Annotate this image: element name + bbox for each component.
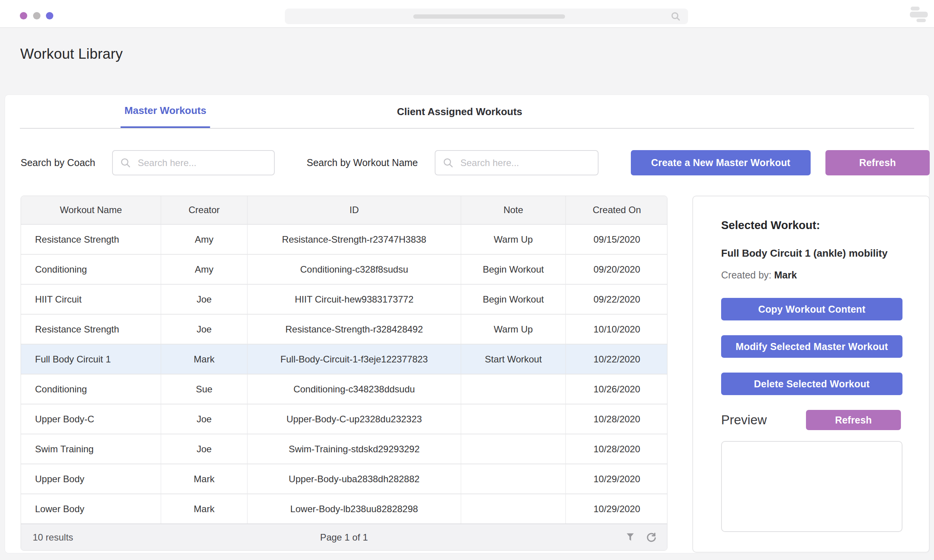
- cell-creator: Mark: [161, 345, 247, 374]
- coach-search-field[interactable]: [112, 150, 275, 175]
- cell-created-on: 10/28/2020: [565, 434, 667, 464]
- modify-selected-workout-button[interactable]: Modify Selected Master Workout: [721, 335, 902, 358]
- cell-created-on: 10/10/2020: [565, 315, 667, 344]
- col-header-note: Note: [461, 196, 565, 224]
- preview-box: [721, 441, 902, 532]
- table-row[interactable]: Lower Body Mark Lower-Body-lb238uu828282…: [21, 494, 667, 523]
- created-by-label: Created by:: [721, 270, 771, 280]
- cell-creator: Sue: [161, 374, 247, 404]
- workout-search-field[interactable]: [435, 150, 599, 175]
- cell-workout-name: Resistance Strength: [21, 225, 161, 254]
- selected-workout-name: Full Body Circuit 1 (ankle) mobility: [721, 247, 901, 259]
- delete-selected-workout-button[interactable]: Delete Selected Workout: [721, 373, 902, 395]
- cell-note: [461, 464, 565, 494]
- table-row[interactable]: Resistance Strength Amy Resistance-Stren…: [21, 224, 667, 254]
- cell-id: Conditioning-c328f8sudsu: [247, 255, 461, 284]
- cell-workout-name: HIIT Circuit: [21, 285, 161, 314]
- search-text-placeholder-bar: [413, 14, 565, 19]
- cell-note: Begin Workout: [461, 285, 565, 314]
- search-icon: [442, 157, 454, 169]
- cell-created-on: 10/22/2020: [565, 345, 667, 374]
- cell-note: Begin Workout: [461, 255, 565, 284]
- workouts-table: Workout Name Creator ID Note Created On …: [21, 196, 667, 551]
- cell-note: [461, 374, 565, 404]
- cell-creator: Mark: [161, 494, 247, 523]
- created-by-line: Created by: Mark: [721, 270, 901, 281]
- reload-icon[interactable]: [646, 532, 657, 543]
- tab-master-workouts[interactable]: Master Workouts: [121, 95, 210, 129]
- cell-workout-name: Upper Body-C: [21, 404, 161, 434]
- browser-search-bar[interactable]: [285, 9, 688, 24]
- cell-created-on: 10/29/2020: [565, 494, 667, 523]
- table-row[interactable]: Resistance Strength Joe Resistance-Stren…: [21, 314, 667, 344]
- table-row[interactable]: Conditioning Amy Conditioning-c328f8suds…: [21, 254, 667, 284]
- cell-creator: Amy: [161, 255, 247, 284]
- created-by-value: Mark: [774, 270, 797, 280]
- cell-workout-name: Full Body Circuit 1: [21, 345, 161, 374]
- cell-creator: Amy: [161, 225, 247, 254]
- table-body: Resistance Strength Amy Resistance-Stren…: [21, 224, 667, 523]
- table-row[interactable]: Upper Body-C Joe Upper-Body-C-up2328du23…: [21, 404, 667, 434]
- cell-creator: Joe: [161, 434, 247, 464]
- search-icon: [671, 11, 681, 23]
- refresh-preview-button[interactable]: Refresh: [806, 410, 901, 430]
- cell-workout-name: Upper Body: [21, 464, 161, 494]
- table-header-row: Workout Name Creator ID Note Created On: [21, 196, 667, 224]
- cell-workout-name: Resistance Strength: [21, 315, 161, 344]
- window-menu-icon[interactable]: [910, 6, 929, 23]
- cell-note: [461, 434, 565, 464]
- cell-note: Warm Up: [461, 225, 565, 254]
- cell-note: Start Workout: [461, 345, 565, 374]
- copy-workout-content-button[interactable]: Copy Workout Content: [721, 298, 902, 320]
- cell-id: Resistance-Strength-r328428492: [247, 315, 461, 344]
- workout-search-input[interactable]: [460, 155, 598, 171]
- cell-workout-name: Lower Body: [21, 494, 161, 523]
- search-icon: [120, 157, 132, 169]
- window-dot-gray[interactable]: [33, 12, 40, 19]
- window-titlebar: [0, 0, 934, 28]
- cell-id: Resistance-Strength-r23747H3838: [247, 225, 461, 254]
- search-by-workout-label: Search by Workout Name: [307, 150, 418, 175]
- cell-id: Upper-Body-C-up2328du232323: [247, 404, 461, 434]
- tab-divider: [20, 128, 914, 129]
- col-header-creator: Creator: [161, 196, 247, 224]
- cell-id: Full-Body-Circuit-1-f3eje122377823: [247, 345, 461, 374]
- cell-created-on: 09/15/2020: [565, 225, 667, 254]
- cell-creator: Joe: [161, 404, 247, 434]
- window-dot-indigo[interactable]: [46, 12, 53, 19]
- cell-created-on: 09/22/2020: [565, 285, 667, 314]
- coach-search-input[interactable]: [137, 155, 274, 171]
- filter-icon[interactable]: [625, 532, 636, 542]
- table-row[interactable]: Upper Body Mark Upper-Body-uba2838dh2828…: [21, 464, 667, 494]
- cell-creator: Joe: [161, 285, 247, 314]
- cell-note: [461, 404, 565, 434]
- cell-workout-name: Conditioning: [21, 374, 161, 404]
- table-row[interactable]: Swim Training Joe Swim-Training-stdskd29…: [21, 434, 667, 464]
- cell-created-on: 10/26/2020: [565, 374, 667, 404]
- cell-note: Warm Up: [461, 315, 565, 344]
- workout-library-card: Master Workouts Client Assigned Workouts…: [5, 94, 929, 553]
- table-row[interactable]: HIIT Circuit Joe HIIT Circuit-hew9383173…: [21, 284, 667, 314]
- table-row[interactable]: Full Body Circuit 1 Mark Full-Body-Circu…: [21, 344, 667, 374]
- table-row[interactable]: Conditioning Sue Conditioning-c348238dds…: [21, 374, 667, 404]
- selected-workout-panel: Selected Workout: Full Body Circuit 1 (a…: [692, 196, 930, 553]
- cell-creator: Mark: [161, 464, 247, 494]
- cell-created-on: 09/20/2020: [565, 255, 667, 284]
- page-indicator: Page 1 of 1: [320, 532, 368, 543]
- window-dot-purple[interactable]: [20, 12, 27, 19]
- cell-id: Swim-Training-stdskd29293292: [247, 434, 461, 464]
- tab-bar: Master Workouts Client Assigned Workouts: [5, 95, 929, 129]
- table-footer: 10 results Page 1 of 1: [21, 523, 667, 550]
- refresh-table-button[interactable]: Refresh: [825, 150, 930, 175]
- col-header-id: ID: [247, 196, 461, 224]
- filter-row: Search by Coach Search by Workout Name C…: [5, 150, 929, 175]
- tab-client-assigned-workouts[interactable]: Client Assigned Workouts: [393, 95, 526, 129]
- cell-creator: Joe: [161, 315, 247, 344]
- cell-id: Conditioning-c348238ddsudu: [247, 374, 461, 404]
- panel-heading: Selected Workout:: [721, 219, 901, 232]
- page-title: Workout Library: [20, 46, 123, 62]
- preview-label: Preview: [721, 413, 767, 427]
- search-by-coach-label: Search by Coach: [21, 150, 95, 175]
- create-master-workout-button[interactable]: Create a New Master Workout: [631, 150, 811, 175]
- preview-row: Preview Refresh: [721, 410, 901, 430]
